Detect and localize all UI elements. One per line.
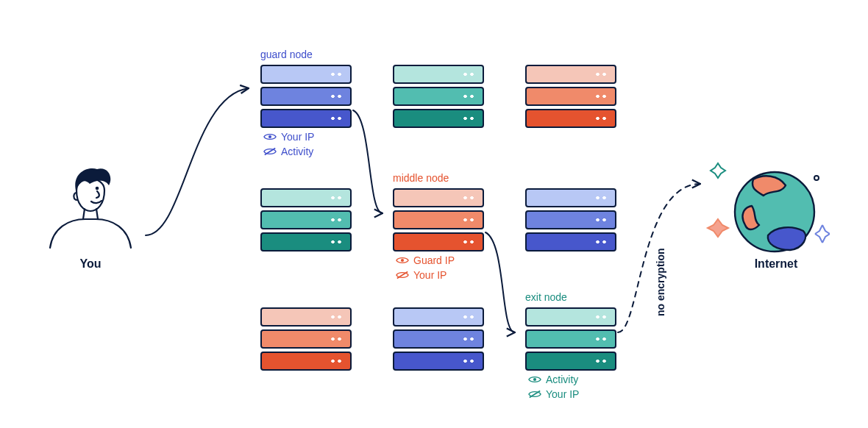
internet-label: Internet <box>743 257 809 271</box>
tor-routing-diagram: You Internet guard node <box>0 0 868 428</box>
exit-visible: Activity <box>528 374 578 385</box>
relay-stack-r3c1 <box>260 307 352 374</box>
middle-hidden-text: Your IP <box>413 269 447 281</box>
relay-stack-r1c3 <box>525 65 616 131</box>
guard-node-title: guard node <box>260 49 313 60</box>
relay-stack-r3c2 <box>393 307 484 374</box>
exit-hidden: Your IP <box>528 388 579 400</box>
middle-node-stack <box>393 188 484 254</box>
svg-point-5 <box>401 259 404 262</box>
eye-closed-icon <box>263 147 277 156</box>
exit-node-title: exit node <box>525 291 567 303</box>
no-encryption-label: no encryption <box>655 248 666 316</box>
eye-open-icon <box>528 375 541 384</box>
guard-node-stack <box>260 65 352 131</box>
svg-point-7 <box>533 378 536 381</box>
relay-stack-r2c1 <box>260 188 352 254</box>
exit-hidden-text: Your IP <box>546 388 579 400</box>
guard-visible-text: Your IP <box>281 131 314 143</box>
svg-point-2 <box>814 176 819 180</box>
user-icon <box>43 156 138 252</box>
exit-visible-text: Activity <box>546 374 578 385</box>
exit-node-stack <box>525 307 616 374</box>
guard-hidden-text: Activity <box>281 146 313 157</box>
middle-node-title: middle node <box>393 172 449 184</box>
middle-hidden: Your IP <box>396 269 447 281</box>
eye-open-icon <box>263 132 277 141</box>
svg-point-3 <box>268 135 271 138</box>
eye-open-icon <box>396 256 409 265</box>
guard-hidden: Activity <box>263 146 313 157</box>
relay-stack-r1c2 <box>393 65 484 131</box>
guard-visible: Your IP <box>263 131 314 143</box>
middle-visible: Guard IP <box>396 254 455 266</box>
eye-closed-icon <box>396 271 409 279</box>
eye-closed-icon <box>528 390 541 399</box>
you-label: You <box>65 257 116 271</box>
relay-stack-r2c3 <box>525 188 616 254</box>
globe-icon <box>705 154 830 265</box>
svg-point-0 <box>96 188 98 189</box>
middle-visible-text: Guard IP <box>413 254 455 266</box>
